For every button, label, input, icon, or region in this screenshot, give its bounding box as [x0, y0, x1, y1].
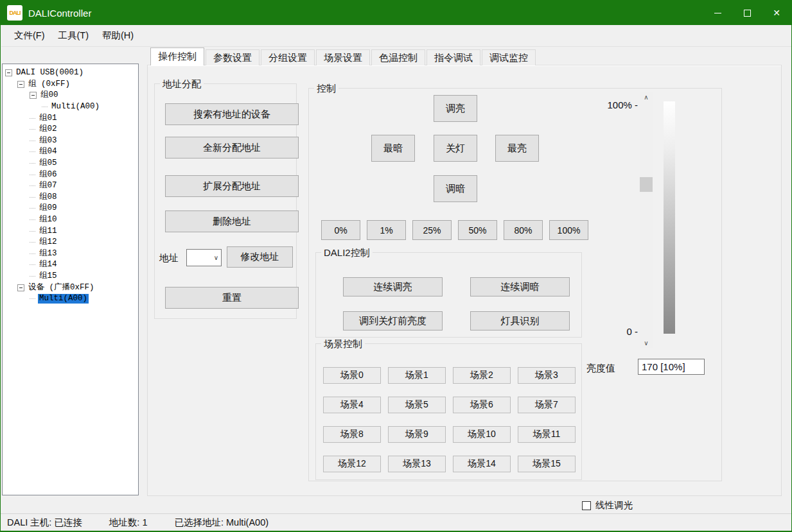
scene-button[interactable]: 场景0: [323, 367, 381, 384]
tree-item[interactable]: 组12: [3, 237, 138, 248]
tab[interactable]: 调试监控: [482, 49, 536, 65]
tree-item-label: 组11: [38, 227, 58, 236]
tree-item[interactable]: 组05: [3, 158, 138, 169]
scene-button[interactable]: 场景3: [518, 367, 576, 384]
tree-item[interactable]: 组13: [3, 248, 138, 260]
tree-item[interactable]: 组01: [3, 112, 138, 124]
percent-button[interactable]: 1%: [367, 220, 406, 240]
close-button[interactable]: ✕: [762, 1, 791, 25]
percent-button[interactable]: 25%: [412, 220, 452, 240]
address-label: 地址: [159, 252, 179, 264]
tab[interactable]: 色温控制: [371, 49, 425, 65]
max-brightness-button[interactable]: 最亮: [495, 135, 539, 162]
reset-button[interactable]: 重置: [165, 287, 299, 309]
tree-expander-icon[interactable]: [17, 284, 24, 291]
scene-button[interactable]: 场景1: [388, 367, 446, 384]
scene-button[interactable]: 场景11: [518, 426, 576, 443]
tree-item[interactable]: 组08: [3, 192, 138, 203]
tab[interactable]: 操作控制: [150, 47, 204, 65]
percent-button[interactable]: 100%: [549, 220, 588, 240]
scene-button[interactable]: 场景5: [388, 397, 446, 413]
brightness-label: 亮度值: [586, 363, 615, 375]
scene-button[interactable]: 场景8: [323, 426, 381, 443]
tree-item-label: DALI USB(0001): [15, 68, 85, 78]
menu-item[interactable]: 文件(F): [14, 30, 45, 42]
tree-item[interactable]: 组11: [3, 225, 138, 237]
scene-button[interactable]: 场景13: [388, 456, 446, 472]
scrollbar-up-icon[interactable]: ∧: [640, 92, 653, 103]
brightness-scrollbar[interactable]: ∧ ∨: [640, 92, 653, 348]
tree-item[interactable]: 组00: [3, 90, 138, 101]
scene-button[interactable]: 场景10: [453, 426, 511, 443]
dim-down-button[interactable]: 调暗: [434, 175, 477, 202]
tab[interactable]: 分组设置: [261, 49, 315, 65]
tree-item[interactable]: 组10: [3, 214, 138, 226]
scene-button[interactable]: 场景15: [518, 456, 576, 472]
scene-button[interactable]: 场景9: [388, 426, 446, 443]
scrollbar-thumb[interactable]: [640, 177, 653, 192]
scene-button[interactable]: 场景4: [323, 397, 381, 413]
tab[interactable]: 参数设置: [206, 49, 260, 65]
percent-button[interactable]: 50%: [458, 220, 497, 240]
status-item: 地址数: 1: [109, 517, 148, 529]
search-addressed-devices-button[interactable]: 搜索有地址的设备: [165, 103, 299, 125]
tree-item[interactable]: 组03: [3, 135, 138, 147]
tree-item[interactable]: 组15: [3, 271, 138, 282]
delete-address-button[interactable]: 删除地址: [165, 210, 299, 232]
address-group: 地址分配 地址 ∨ 修改地址 重置 搜索有地址的设备全新分配地址扩展分配地址删除…: [154, 83, 297, 319]
tree-item[interactable]: 组07: [3, 180, 138, 192]
brightness-gradient-bar: [664, 101, 675, 334]
percent-button[interactable]: 80%: [504, 220, 543, 240]
tree-connector: [30, 208, 35, 209]
tree-item[interactable]: 设备 (广播0xFF): [3, 282, 138, 293]
scene-button[interactable]: 场景12: [323, 456, 381, 472]
menu-item[interactable]: 帮助(H): [102, 30, 134, 42]
tree-item[interactable]: 组09: [3, 203, 138, 214]
tab[interactable]: 指令调试: [427, 49, 480, 65]
chevron-down-icon: ∨: [214, 254, 218, 261]
assign-new-address-button[interactable]: 全新分配地址: [165, 137, 299, 159]
device-tree: DALI USB(0001)组 (0xFF)组00Multi(A00)组01组0…: [2, 64, 139, 495]
minimize-icon: [714, 13, 721, 13]
min-brightness-button[interactable]: 最暗: [371, 135, 415, 162]
recall-pre-off-level-button[interactable]: 调到关灯前亮度: [343, 311, 443, 330]
scene-button[interactable]: 场景2: [453, 367, 511, 384]
linear-dimming-checkbox[interactable]: [582, 501, 591, 510]
modify-address-button[interactable]: 修改地址: [227, 246, 293, 268]
tree-item[interactable]: 组14: [3, 259, 138, 271]
tree-item[interactable]: 组 (0xFF): [3, 79, 138, 90]
extend-assign-address-button[interactable]: 扩展分配地址: [165, 175, 299, 197]
tree-connector: [30, 253, 35, 254]
tree-item[interactable]: Multi(A00): [3, 293, 138, 305]
scene-button[interactable]: 场景6: [453, 397, 511, 413]
tree-item[interactable]: 组06: [3, 169, 138, 180]
continuous-dim-down-button[interactable]: 连续调暗: [470, 277, 570, 296]
luminaire-identify-button[interactable]: 灯具识别: [470, 311, 570, 330]
menu-item[interactable]: 工具(T): [58, 30, 89, 42]
minimize-button[interactable]: [703, 1, 732, 25]
tree-item[interactable]: 组02: [3, 124, 138, 135]
tree-item-label: 组13: [38, 249, 58, 259]
control-group: 控制 调亮 最暗 关灯 最亮 调暗 0%1%25%50%80%100% DALI…: [308, 88, 722, 481]
tree-item[interactable]: 组04: [3, 146, 138, 158]
continuous-dim-up-button[interactable]: 连续调亮: [343, 277, 443, 296]
tree-item-label: 组14: [38, 260, 58, 270]
maximize-button[interactable]: [732, 1, 762, 25]
tree-item[interactable]: DALI USB(0001): [3, 67, 138, 79]
address-combobox[interactable]: ∨: [186, 249, 222, 266]
percent-button[interactable]: 0%: [321, 220, 360, 240]
tree-expander-icon[interactable]: [30, 92, 37, 99]
tree-expander-icon[interactable]: [17, 81, 24, 88]
scrollbar-down-icon[interactable]: ∨: [640, 338, 653, 348]
tab-strip: 操作控制参数设置分组设置场景设置色温控制指令调试调试监控: [150, 47, 536, 65]
tree-item[interactable]: Multi(A00): [3, 101, 138, 113]
tree-item-label: 组01: [38, 114, 58, 123]
tree-item-label: 组03: [38, 136, 58, 146]
tree-expander-icon[interactable]: [5, 69, 12, 76]
tab[interactable]: 场景设置: [316, 49, 370, 65]
scene-button[interactable]: 场景14: [453, 456, 511, 472]
brightness-value-box[interactable]: 170 [10%]: [638, 359, 705, 375]
dim-up-button[interactable]: 调亮: [434, 95, 477, 122]
scene-button[interactable]: 场景7: [518, 397, 576, 413]
light-off-button[interactable]: 关灯: [434, 135, 477, 162]
